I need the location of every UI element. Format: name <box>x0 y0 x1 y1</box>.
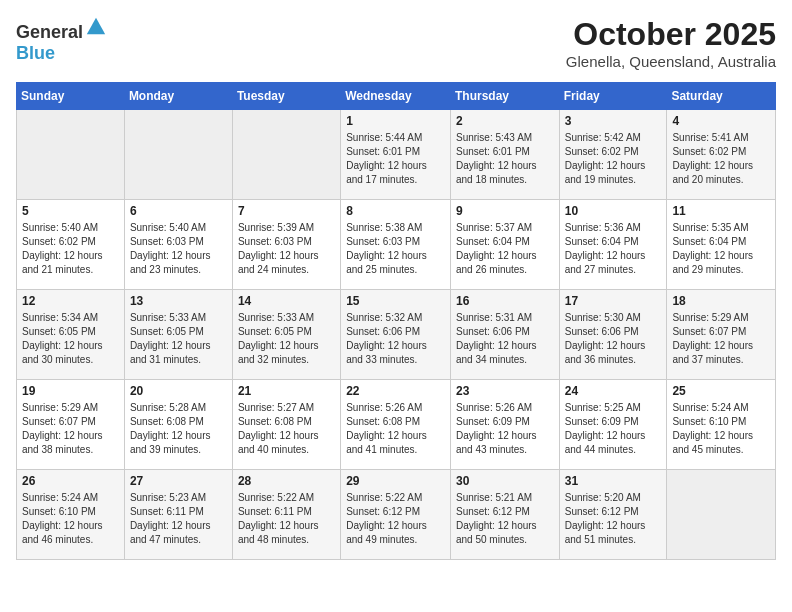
calendar-cell <box>17 110 125 200</box>
cell-date-number: 10 <box>565 204 662 218</box>
cell-date-number: 28 <box>238 474 335 488</box>
day-header-friday: Friday <box>559 83 667 110</box>
cell-daylight-info: Sunrise: 5:32 AM Sunset: 6:06 PM Dayligh… <box>346 311 445 367</box>
cell-daylight-info: Sunrise: 5:39 AM Sunset: 6:03 PM Dayligh… <box>238 221 335 277</box>
cell-daylight-info: Sunrise: 5:23 AM Sunset: 6:11 PM Dayligh… <box>130 491 227 547</box>
cell-daylight-info: Sunrise: 5:35 AM Sunset: 6:04 PM Dayligh… <box>672 221 770 277</box>
cell-date-number: 25 <box>672 384 770 398</box>
calendar-cell: 5Sunrise: 5:40 AM Sunset: 6:02 PM Daylig… <box>17 200 125 290</box>
calendar-cell: 1Sunrise: 5:44 AM Sunset: 6:01 PM Daylig… <box>341 110 451 200</box>
cell-daylight-info: Sunrise: 5:22 AM Sunset: 6:11 PM Dayligh… <box>238 491 335 547</box>
cell-date-number: 31 <box>565 474 662 488</box>
cell-date-number: 16 <box>456 294 554 308</box>
calendar-week-row: 12Sunrise: 5:34 AM Sunset: 6:05 PM Dayli… <box>17 290 776 380</box>
cell-daylight-info: Sunrise: 5:34 AM Sunset: 6:05 PM Dayligh… <box>22 311 119 367</box>
page-header: General Blue October 2025 Glenella, Quee… <box>16 16 776 70</box>
cell-date-number: 27 <box>130 474 227 488</box>
cell-daylight-info: Sunrise: 5:38 AM Sunset: 6:03 PM Dayligh… <box>346 221 445 277</box>
calendar-cell: 27Sunrise: 5:23 AM Sunset: 6:11 PM Dayli… <box>124 470 232 560</box>
calendar-cell: 22Sunrise: 5:26 AM Sunset: 6:08 PM Dayli… <box>341 380 451 470</box>
calendar-cell: 20Sunrise: 5:28 AM Sunset: 6:08 PM Dayli… <box>124 380 232 470</box>
calendar-table: SundayMondayTuesdayWednesdayThursdayFrid… <box>16 82 776 560</box>
day-header-thursday: Thursday <box>450 83 559 110</box>
calendar-cell: 26Sunrise: 5:24 AM Sunset: 6:10 PM Dayli… <box>17 470 125 560</box>
logo: General Blue <box>16 16 107 64</box>
calendar-week-row: 1Sunrise: 5:44 AM Sunset: 6:01 PM Daylig… <box>17 110 776 200</box>
calendar-week-row: 19Sunrise: 5:29 AM Sunset: 6:07 PM Dayli… <box>17 380 776 470</box>
cell-daylight-info: Sunrise: 5:26 AM Sunset: 6:08 PM Dayligh… <box>346 401 445 457</box>
day-header-wednesday: Wednesday <box>341 83 451 110</box>
calendar-cell: 2Sunrise: 5:43 AM Sunset: 6:01 PM Daylig… <box>450 110 559 200</box>
cell-daylight-info: Sunrise: 5:33 AM Sunset: 6:05 PM Dayligh… <box>238 311 335 367</box>
calendar-week-row: 5Sunrise: 5:40 AM Sunset: 6:02 PM Daylig… <box>17 200 776 290</box>
cell-daylight-info: Sunrise: 5:33 AM Sunset: 6:05 PM Dayligh… <box>130 311 227 367</box>
calendar-cell: 23Sunrise: 5:26 AM Sunset: 6:09 PM Dayli… <box>450 380 559 470</box>
cell-date-number: 3 <box>565 114 662 128</box>
calendar-cell <box>667 470 776 560</box>
calendar-cell: 12Sunrise: 5:34 AM Sunset: 6:05 PM Dayli… <box>17 290 125 380</box>
cell-date-number: 12 <box>22 294 119 308</box>
day-header-tuesday: Tuesday <box>232 83 340 110</box>
calendar-cell: 17Sunrise: 5:30 AM Sunset: 6:06 PM Dayli… <box>559 290 667 380</box>
calendar-cell: 30Sunrise: 5:21 AM Sunset: 6:12 PM Dayli… <box>450 470 559 560</box>
days-header-row: SundayMondayTuesdayWednesdayThursdayFrid… <box>17 83 776 110</box>
cell-daylight-info: Sunrise: 5:26 AM Sunset: 6:09 PM Dayligh… <box>456 401 554 457</box>
calendar-cell: 21Sunrise: 5:27 AM Sunset: 6:08 PM Dayli… <box>232 380 340 470</box>
cell-daylight-info: Sunrise: 5:22 AM Sunset: 6:12 PM Dayligh… <box>346 491 445 547</box>
cell-date-number: 15 <box>346 294 445 308</box>
cell-date-number: 26 <box>22 474 119 488</box>
cell-date-number: 6 <box>130 204 227 218</box>
calendar-cell: 6Sunrise: 5:40 AM Sunset: 6:03 PM Daylig… <box>124 200 232 290</box>
calendar-cell: 16Sunrise: 5:31 AM Sunset: 6:06 PM Dayli… <box>450 290 559 380</box>
calendar-cell <box>124 110 232 200</box>
cell-daylight-info: Sunrise: 5:21 AM Sunset: 6:12 PM Dayligh… <box>456 491 554 547</box>
cell-daylight-info: Sunrise: 5:44 AM Sunset: 6:01 PM Dayligh… <box>346 131 445 187</box>
calendar-cell: 31Sunrise: 5:20 AM Sunset: 6:12 PM Dayli… <box>559 470 667 560</box>
calendar-cell: 3Sunrise: 5:42 AM Sunset: 6:02 PM Daylig… <box>559 110 667 200</box>
logo-general: General <box>16 22 83 42</box>
cell-daylight-info: Sunrise: 5:24 AM Sunset: 6:10 PM Dayligh… <box>22 491 119 547</box>
calendar-cell: 18Sunrise: 5:29 AM Sunset: 6:07 PM Dayli… <box>667 290 776 380</box>
cell-daylight-info: Sunrise: 5:24 AM Sunset: 6:10 PM Dayligh… <box>672 401 770 457</box>
calendar-cell: 10Sunrise: 5:36 AM Sunset: 6:04 PM Dayli… <box>559 200 667 290</box>
calendar-cell: 19Sunrise: 5:29 AM Sunset: 6:07 PM Dayli… <box>17 380 125 470</box>
cell-daylight-info: Sunrise: 5:43 AM Sunset: 6:01 PM Dayligh… <box>456 131 554 187</box>
logo-blue: Blue <box>16 43 55 63</box>
calendar-cell: 29Sunrise: 5:22 AM Sunset: 6:12 PM Dayli… <box>341 470 451 560</box>
calendar-subtitle: Glenella, Queensland, Australia <box>566 53 776 70</box>
cell-date-number: 22 <box>346 384 445 398</box>
cell-date-number: 19 <box>22 384 119 398</box>
cell-date-number: 14 <box>238 294 335 308</box>
title-section: October 2025 Glenella, Queensland, Austr… <box>566 16 776 70</box>
cell-daylight-info: Sunrise: 5:31 AM Sunset: 6:06 PM Dayligh… <box>456 311 554 367</box>
cell-date-number: 4 <box>672 114 770 128</box>
cell-daylight-info: Sunrise: 5:25 AM Sunset: 6:09 PM Dayligh… <box>565 401 662 457</box>
cell-daylight-info: Sunrise: 5:40 AM Sunset: 6:02 PM Dayligh… <box>22 221 119 277</box>
calendar-cell: 13Sunrise: 5:33 AM Sunset: 6:05 PM Dayli… <box>124 290 232 380</box>
cell-daylight-info: Sunrise: 5:37 AM Sunset: 6:04 PM Dayligh… <box>456 221 554 277</box>
cell-daylight-info: Sunrise: 5:30 AM Sunset: 6:06 PM Dayligh… <box>565 311 662 367</box>
calendar-cell: 14Sunrise: 5:33 AM Sunset: 6:05 PM Dayli… <box>232 290 340 380</box>
calendar-cell: 4Sunrise: 5:41 AM Sunset: 6:02 PM Daylig… <box>667 110 776 200</box>
cell-date-number: 2 <box>456 114 554 128</box>
logo-icon <box>85 16 107 38</box>
calendar-cell: 8Sunrise: 5:38 AM Sunset: 6:03 PM Daylig… <box>341 200 451 290</box>
cell-daylight-info: Sunrise: 5:29 AM Sunset: 6:07 PM Dayligh… <box>672 311 770 367</box>
cell-daylight-info: Sunrise: 5:29 AM Sunset: 6:07 PM Dayligh… <box>22 401 119 457</box>
cell-daylight-info: Sunrise: 5:41 AM Sunset: 6:02 PM Dayligh… <box>672 131 770 187</box>
cell-date-number: 29 <box>346 474 445 488</box>
cell-date-number: 8 <box>346 204 445 218</box>
svg-marker-0 <box>87 18 105 35</box>
calendar-week-row: 26Sunrise: 5:24 AM Sunset: 6:10 PM Dayli… <box>17 470 776 560</box>
calendar-cell: 24Sunrise: 5:25 AM Sunset: 6:09 PM Dayli… <box>559 380 667 470</box>
calendar-cell: 11Sunrise: 5:35 AM Sunset: 6:04 PM Dayli… <box>667 200 776 290</box>
cell-daylight-info: Sunrise: 5:42 AM Sunset: 6:02 PM Dayligh… <box>565 131 662 187</box>
cell-daylight-info: Sunrise: 5:40 AM Sunset: 6:03 PM Dayligh… <box>130 221 227 277</box>
cell-date-number: 1 <box>346 114 445 128</box>
cell-daylight-info: Sunrise: 5:27 AM Sunset: 6:08 PM Dayligh… <box>238 401 335 457</box>
cell-date-number: 17 <box>565 294 662 308</box>
calendar-cell: 7Sunrise: 5:39 AM Sunset: 6:03 PM Daylig… <box>232 200 340 290</box>
cell-date-number: 11 <box>672 204 770 218</box>
day-header-monday: Monday <box>124 83 232 110</box>
cell-date-number: 9 <box>456 204 554 218</box>
